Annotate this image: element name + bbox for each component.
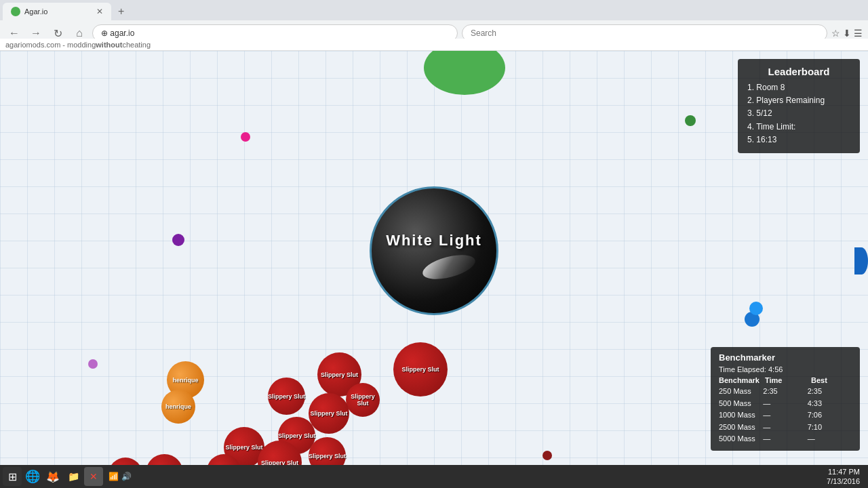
henrique-cell-2: henrique bbox=[161, 390, 195, 424]
benchmarker-cell: 4:33 bbox=[808, 398, 852, 410]
benchmarker-row: 250 Mass2:352:35 bbox=[719, 386, 852, 398]
purple-dot bbox=[172, 234, 184, 246]
leaderboard-title: Leaderboard bbox=[747, 66, 850, 77]
dark-red-dot bbox=[542, 451, 552, 460]
slippery-label-7: Slippery Slut bbox=[225, 444, 262, 451]
taskbar-folder-icon[interactable]: 📁 bbox=[64, 467, 83, 486]
bm-col-benchmark: Benchmark bbox=[719, 376, 760, 384]
benchmarker-cell: — bbox=[808, 433, 852, 445]
benchmarker-cell: 500 Mass bbox=[719, 398, 763, 410]
taskbar: ⊞ 🌐 🦊 📁 ✕ 📶 🔊 11:47 PM 7/13/2016 bbox=[0, 465, 868, 488]
taskbar-start-button[interactable]: ⊞ bbox=[3, 467, 22, 486]
benchmarker-rows: 250 Mass2:352:35500 Mass—4:331000 Mass—7… bbox=[719, 386, 852, 445]
slippery-cell-5: Slippery Slut bbox=[309, 393, 349, 434]
player-label-white-light: White Light bbox=[386, 232, 482, 249]
modding-text-before: agariomods.com - modding bbox=[5, 41, 96, 49]
game-area: White Light Slippery Slut Slippery Slut … bbox=[0, 51, 868, 488]
address-text: ⊕ agar.io bbox=[101, 28, 134, 38]
volume-icon: 🔊 bbox=[121, 472, 132, 481]
leaderboard-item-5: 5. 16:13 bbox=[747, 134, 850, 146]
clock-date: 7/13/2016 bbox=[827, 476, 860, 486]
benchmarker-cell: 250 Mass bbox=[719, 386, 763, 398]
benchmarker-title: Benchmarker bbox=[719, 352, 852, 363]
taskbar-clock: 11:47 PM 7/13/2016 bbox=[827, 467, 865, 487]
benchmarker-cell: 2:35 bbox=[808, 386, 852, 398]
slippery-label-3: Slippery Slut bbox=[268, 393, 305, 400]
leaderboard-item-4: 4. Time Limit: bbox=[747, 121, 850, 134]
taskbar-system-icons: 📶 🔊 bbox=[104, 472, 136, 481]
blue-edge-cell bbox=[749, 302, 763, 315]
leaderboard-item-2: 2. Players Remaining bbox=[747, 94, 850, 107]
slippery-label-5: Slippery Slut bbox=[310, 410, 347, 417]
new-tab-button[interactable]: + bbox=[114, 5, 128, 18]
tab-close-button[interactable]: ✕ bbox=[96, 7, 103, 16]
bm-col-time: Time bbox=[765, 376, 806, 384]
benchmarker-cell: 1000 Mass bbox=[719, 409, 763, 422]
clock-time: 11:47 PM bbox=[827, 467, 860, 476]
slippery-label-6: Slippery Slut bbox=[278, 432, 315, 439]
modding-bold: without bbox=[96, 41, 122, 49]
benchmarker-cell: — bbox=[763, 398, 807, 410]
tab-favicon-icon bbox=[11, 7, 20, 16]
benchmarker-cell: 5000 Mass bbox=[719, 433, 763, 445]
benchmarker-row: 500 Mass—4:33 bbox=[719, 398, 852, 410]
benchmarker-cell: — bbox=[763, 409, 807, 422]
benchmarker-row: 1000 Mass—7:06 bbox=[719, 409, 852, 422]
benchmarker-row: 5000 Mass—— bbox=[719, 433, 852, 445]
benchmarker-cell: 2500 Mass bbox=[719, 422, 763, 434]
slippery-label-4: Slippery Slut bbox=[346, 393, 380, 407]
menu-icon[interactable]: ☰ bbox=[854, 28, 863, 39]
benchmarker-panel: Benchmarker Time Elapsed: 4:56 Benchmark… bbox=[711, 347, 860, 451]
toolbar-icons: ☆ ⬇ ☰ bbox=[831, 28, 863, 39]
benchmarker-cell: — bbox=[763, 433, 807, 445]
slippery-cell-4: Slippery Slut bbox=[346, 383, 380, 417]
benchmarker-cell: 2:35 bbox=[763, 386, 807, 398]
right-edge-blue bbox=[854, 247, 868, 274]
slippery-cell-1: Slippery Slut bbox=[393, 342, 448, 396]
benchmarker-header: Benchmark Time Best bbox=[719, 376, 852, 384]
leaderboard-panel: Leaderboard 1. Room 8 2. Players Remaini… bbox=[738, 59, 860, 153]
download-icon[interactable]: ⬇ bbox=[843, 28, 851, 39]
taskbar-firefox-icon[interactable]: 🦊 bbox=[43, 467, 62, 486]
benchmarker-cell: 7:10 bbox=[808, 422, 852, 434]
henrique-label-1: henrique bbox=[172, 377, 198, 384]
slippery-label-1: Slippery Slut bbox=[401, 366, 439, 373]
slippery-cell-3: Slippery Slut bbox=[268, 378, 305, 415]
benchmarker-cell: — bbox=[763, 422, 807, 434]
benchmarker-cell: 7:06 bbox=[808, 409, 852, 422]
leaderboard-item-3: 3. 5/12 bbox=[747, 107, 850, 120]
green-dot bbox=[685, 115, 696, 126]
slippery-label-2: Slippery Slut bbox=[321, 371, 358, 378]
tab-title: Agar.io bbox=[24, 7, 47, 16]
benchmarker-row: 2500 Mass—7:10 bbox=[719, 422, 852, 434]
modding-text-after: cheating bbox=[122, 41, 151, 49]
taskbar-chrome-icon[interactable]: 🌐 bbox=[23, 467, 42, 486]
bm-col-best: Best bbox=[811, 376, 852, 384]
browser-tab[interactable]: Agar.io ✕ bbox=[3, 3, 111, 20]
modding-bar: agariomods.com - modding without cheatin… bbox=[0, 39, 868, 51]
bookmark-icon[interactable]: ☆ bbox=[831, 28, 840, 39]
white-light-cell: White Light bbox=[370, 186, 498, 315]
slippery-label-9: Slippery Slut bbox=[309, 453, 346, 460]
henrique-label-2: henrique bbox=[165, 403, 191, 410]
benchmarker-time-elapsed: Time Elapsed: 4:56 bbox=[719, 365, 852, 373]
lavender-dot bbox=[88, 359, 98, 369]
taskbar-close-icon[interactable]: ✕ bbox=[84, 467, 103, 486]
network-icon: 📶 bbox=[108, 472, 119, 481]
tab-bar: Agar.io ✕ + bbox=[0, 0, 868, 20]
leaderboard-item-1: 1. Room 8 bbox=[747, 81, 850, 94]
pink-dot bbox=[241, 132, 250, 142]
